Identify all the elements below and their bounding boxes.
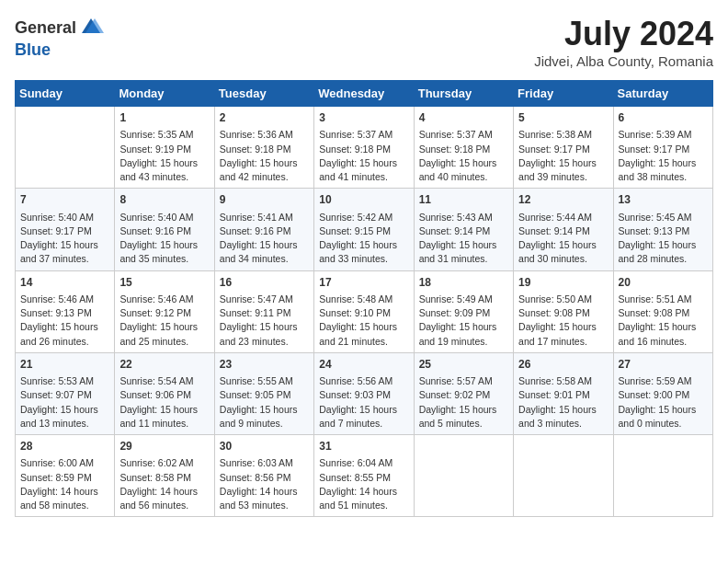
cell-info-line: Sunset: 9:14 PM	[518, 224, 608, 238]
cell-info-line: Sunset: 9:12 PM	[119, 306, 209, 320]
cell-info-line: Sunrise: 5:49 AM	[419, 293, 508, 306]
logo-blue-text: Blue	[15, 40, 51, 59]
day-number: 13	[619, 192, 708, 208]
cell-info-line: and 0 minutes.	[619, 417, 708, 431]
cell-info-line: and 34 minutes.	[220, 252, 309, 266]
week-row-1: 1Sunrise: 5:35 AMSunset: 9:19 PMDaylight…	[16, 107, 713, 189]
cell-info-line: Daylight: 14 hours	[119, 485, 209, 499]
day-number: 23	[220, 357, 309, 373]
day-number: 16	[220, 275, 309, 291]
calendar-cell: 31Sunrise: 6:04 AMSunset: 8:55 PMDayligh…	[314, 435, 414, 517]
cell-info-line: Sunrise: 5:58 AM	[518, 374, 608, 388]
cell-info-line: Sunset: 9:09 PM	[419, 306, 508, 320]
cell-info-line: Sunrise: 5:56 AM	[319, 374, 408, 388]
cell-info-line: Daylight: 14 hours	[319, 485, 408, 499]
day-number: 1	[119, 110, 209, 126]
cell-info-line: Daylight: 15 hours	[119, 403, 209, 417]
calendar-cell: 15Sunrise: 5:46 AMSunset: 9:12 PMDayligh…	[115, 270, 214, 352]
day-number: 6	[619, 110, 708, 126]
calendar-cell: 1Sunrise: 5:35 AMSunset: 9:19 PMDaylight…	[115, 107, 214, 189]
cell-info-line: Sunrise: 5:54 AM	[119, 374, 209, 388]
calendar-cell	[16, 107, 115, 189]
cell-info-line: Sunrise: 6:02 AM	[119, 456, 209, 470]
cell-info-line: Sunset: 9:15 PM	[319, 224, 408, 238]
cell-info-line: Sunset: 8:58 PM	[119, 471, 209, 485]
day-number: 11	[419, 192, 508, 208]
cell-info-line: Sunset: 9:06 PM	[119, 388, 209, 402]
cell-info-line: and 42 minutes.	[220, 170, 309, 184]
cell-info-line: Sunrise: 5:55 AM	[220, 374, 309, 388]
cell-info-line: and 13 minutes.	[20, 417, 109, 431]
calendar-cell: 25Sunrise: 5:57 AMSunset: 9:02 PMDayligh…	[414, 352, 513, 434]
column-header-tuesday: Tuesday	[214, 81, 313, 107]
cell-info-line: and 26 minutes.	[20, 335, 109, 349]
cell-info-line: Sunset: 9:11 PM	[220, 306, 309, 320]
calendar-cell: 19Sunrise: 5:50 AMSunset: 9:08 PMDayligh…	[514, 270, 613, 352]
cell-info-line: Daylight: 15 hours	[619, 156, 708, 170]
cell-info-line: Sunrise: 5:46 AM	[20, 293, 109, 306]
cell-info-line: Daylight: 15 hours	[419, 156, 508, 170]
logo: General Blue	[15, 15, 104, 60]
day-number: 18	[419, 275, 508, 291]
column-header-sunday: Sunday	[16, 81, 115, 107]
calendar-cell: 21Sunrise: 5:53 AMSunset: 9:07 PMDayligh…	[16, 352, 115, 434]
cell-info-line: Sunrise: 6:04 AM	[319, 456, 408, 470]
cell-info-line: and 16 minutes.	[619, 335, 708, 349]
calendar-cell: 5Sunrise: 5:38 AMSunset: 9:17 PMDaylight…	[514, 107, 613, 189]
day-number: 27	[619, 357, 708, 373]
calendar-cell: 3Sunrise: 5:37 AMSunset: 9:18 PMDaylight…	[314, 107, 414, 189]
week-row-2: 7Sunrise: 5:40 AMSunset: 9:17 PMDaylight…	[16, 189, 713, 270]
cell-info-line: Sunset: 9:16 PM	[220, 224, 309, 238]
cell-info-line: and 31 minutes.	[419, 252, 508, 266]
calendar-cell	[414, 435, 513, 517]
cell-info-line: Sunset: 9:05 PM	[220, 388, 309, 402]
cell-info-line: Sunset: 9:17 PM	[20, 224, 109, 238]
column-header-row: SundayMondayTuesdayWednesdayThursdayFrid…	[16, 81, 713, 107]
cell-info-line: and 56 minutes.	[119, 499, 209, 512]
day-number: 8	[119, 192, 209, 208]
cell-info-line: Daylight: 15 hours	[319, 156, 408, 170]
calendar-cell	[514, 435, 613, 517]
week-row-4: 21Sunrise: 5:53 AMSunset: 9:07 PMDayligh…	[16, 352, 713, 434]
cell-info-line: Daylight: 15 hours	[319, 320, 408, 334]
cell-info-line: Daylight: 15 hours	[619, 403, 708, 417]
cell-info-line: Sunset: 9:16 PM	[119, 224, 209, 238]
calendar-cell: 16Sunrise: 5:47 AMSunset: 9:11 PMDayligh…	[214, 270, 313, 352]
cell-info-line: Daylight: 15 hours	[518, 403, 608, 417]
cell-info-line: Daylight: 15 hours	[20, 403, 109, 417]
cell-info-line: Sunset: 9:17 PM	[518, 143, 608, 156]
cell-info-line: and 37 minutes.	[20, 252, 109, 266]
cell-info-line: Daylight: 15 hours	[20, 320, 109, 334]
day-number: 21	[20, 357, 109, 373]
cell-info-line: and 53 minutes.	[220, 499, 309, 512]
column-header-friday: Friday	[514, 81, 613, 107]
cell-info-line: Sunrise: 5:37 AM	[419, 128, 508, 142]
title-block: July 2024 Jidvei, Alba County, Romania	[534, 15, 713, 69]
cell-info-line: Sunrise: 5:36 AM	[220, 128, 309, 142]
cell-info-line: Daylight: 15 hours	[220, 403, 309, 417]
cell-info-line: Sunset: 9:07 PM	[20, 388, 109, 402]
cell-info-line: Sunrise: 5:40 AM	[119, 211, 209, 224]
calendar-cell: 26Sunrise: 5:58 AMSunset: 9:01 PMDayligh…	[514, 352, 613, 434]
cell-info-line: and 38 minutes.	[619, 170, 708, 184]
day-number: 15	[119, 275, 209, 291]
calendar-cell: 4Sunrise: 5:37 AMSunset: 9:18 PMDaylight…	[414, 107, 513, 189]
calendar-subtitle: Jidvei, Alba County, Romania	[534, 53, 713, 69]
cell-info-line: Sunrise: 5:46 AM	[119, 293, 209, 306]
cell-info-line: Daylight: 15 hours	[419, 320, 508, 334]
calendar-cell: 18Sunrise: 5:49 AMSunset: 9:09 PMDayligh…	[414, 270, 513, 352]
cell-info-line: Daylight: 15 hours	[119, 238, 209, 252]
cell-info-line: Daylight: 15 hours	[319, 403, 408, 417]
cell-info-line: Daylight: 15 hours	[119, 156, 209, 170]
calendar-table: SundayMondayTuesdayWednesdayThursdayFrid…	[15, 80, 713, 517]
header: General Blue July 2024 Jidvei, Alba Coun…	[15, 15, 713, 69]
cell-info-line: and 25 minutes.	[119, 335, 209, 349]
calendar-cell: 30Sunrise: 6:03 AMSunset: 8:56 PMDayligh…	[214, 435, 313, 517]
calendar-cell: 7Sunrise: 5:40 AMSunset: 9:17 PMDaylight…	[16, 189, 115, 270]
cell-info-line: and 5 minutes.	[419, 417, 508, 431]
cell-info-line: Sunrise: 5:51 AM	[619, 293, 708, 306]
day-number: 19	[518, 275, 608, 291]
calendar-title: July 2024	[534, 15, 713, 53]
cell-info-line: Sunrise: 5:42 AM	[319, 211, 408, 224]
cell-info-line: Sunrise: 5:59 AM	[619, 374, 708, 388]
